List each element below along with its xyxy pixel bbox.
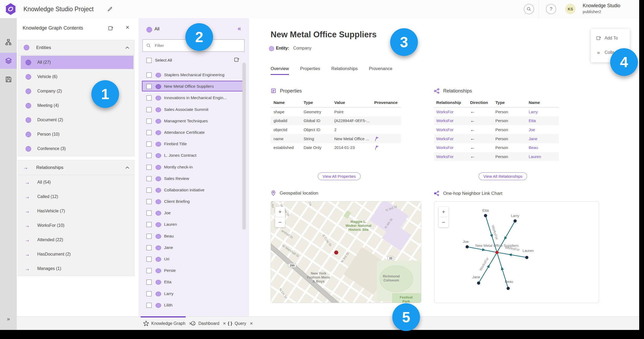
graph-node[interactable]	[477, 281, 480, 285]
relationship-type-item[interactable]: →WorksFor (10)	[18, 218, 134, 233]
list-item[interactable]: Managment Techniques	[138, 115, 249, 127]
list-item[interactable]: Etta	[138, 276, 249, 288]
property-row[interactable]: nameStringNew Metal Office ...	[271, 134, 401, 143]
entity-type-item[interactable]: Person (10)	[18, 127, 134, 142]
list-item[interactable]: Attendance Certificate	[138, 127, 249, 138]
item-checkbox[interactable]	[146, 199, 152, 204]
item-checkbox[interactable]	[146, 107, 152, 112]
chevron-up-icon[interactable]	[125, 46, 129, 49]
item-checkbox[interactable]	[146, 130, 152, 135]
relationship-row[interactable]: WorksFor←PersonJane	[434, 134, 559, 143]
tab-knowledge-graph[interactable]: Knowledge Graph ✕	[143, 317, 192, 330]
app-logo[interactable]	[5, 3, 16, 15]
zoom-in-button[interactable]: +	[275, 207, 285, 217]
list-item[interactable]: Joe	[138, 207, 249, 219]
item-checkbox[interactable]	[146, 234, 152, 239]
avatar[interactable]: KS	[565, 4, 576, 14]
close-panel-button[interactable]: ✕	[125, 25, 129, 30]
view-all-relationships-button[interactable]: View All Relationships	[479, 172, 527, 180]
relationship-row[interactable]: WorksFor←PersonJoe	[434, 125, 559, 134]
relationship-row[interactable]: WorksFor←PersonBeau	[434, 143, 559, 152]
rail-schema-button[interactable]	[0, 34, 17, 50]
relationship-link[interactable]: WorksFor	[436, 145, 470, 150]
item-checkbox[interactable]	[146, 291, 152, 296]
item-checkbox[interactable]	[146, 303, 152, 308]
item-checkbox[interactable]	[146, 211, 152, 216]
chevron-up-icon[interactable]	[125, 166, 129, 169]
tab-query[interactable]: { } Query ✕	[228, 317, 253, 330]
relationship-link[interactable]: WorksFor	[436, 127, 470, 132]
close-tab-icon[interactable]: ✕	[223, 321, 226, 326]
item-checkbox[interactable]	[146, 257, 152, 262]
zoom-out-button[interactable]: −	[275, 217, 285, 227]
close-tab-icon[interactable]: ✕	[250, 321, 253, 326]
graph-node[interactable]	[507, 287, 510, 290]
relationship-row[interactable]: WorksFor←PersonEtta	[434, 116, 559, 125]
zoom-out-button[interactable]: −	[439, 217, 449, 227]
list-item[interactable]: Jane	[138, 242, 249, 253]
add-to-new-button[interactable]	[107, 25, 114, 31]
relationship-link[interactable]: WorksFor	[436, 136, 470, 141]
graph-center-node[interactable]	[495, 251, 499, 254]
relationships-section-header[interactable]: → Relationships	[18, 160, 134, 175]
related-name-link[interactable]: Joe	[529, 127, 559, 132]
tab-dashboard[interactable]: Dashboard ✕	[190, 317, 226, 330]
list-item[interactable]: Sales Associate Summit	[138, 104, 249, 115]
relationship-row[interactable]: WorksFor←PersonLarry	[434, 107, 559, 116]
search-button[interactable]	[524, 4, 534, 14]
rail-save-button[interactable]	[0, 71, 17, 87]
zoom-in-button[interactable]: +	[439, 207, 449, 217]
relationship-type-item[interactable]: →HasVehicle (7)	[18, 204, 134, 218]
property-row[interactable]: establishedDate Only2014-01-23	[271, 143, 401, 152]
help-button[interactable]: ?	[546, 4, 556, 14]
item-checkbox[interactable]	[146, 245, 152, 250]
add-to-new-button[interactable]	[233, 57, 240, 63]
list-item[interactable]: Persie	[138, 265, 249, 276]
relationship-link[interactable]: WorksFor	[436, 154, 470, 159]
entity-type-item[interactable]: Vehicle (6)	[18, 70, 134, 84]
item-checkbox[interactable]	[146, 280, 152, 285]
list-item[interactable]: Staplers Mechanical Engineering	[138, 69, 249, 80]
list-item[interactable]: Lilith	[138, 299, 249, 311]
item-checkbox[interactable]	[146, 188, 152, 193]
graph-node[interactable]	[525, 256, 528, 259]
link-chart-canvas[interactable]: WorksForWorksForWorksForEttaLarryJoeLaur…	[434, 201, 599, 303]
list-item[interactable]: Uri	[138, 253, 249, 265]
relationship-row[interactable]: WorksFor←PersonLauren	[434, 152, 559, 161]
select-all-checkbox[interactable]	[146, 58, 152, 63]
relationship-link[interactable]: WorksFor	[436, 110, 470, 114]
tab-overview[interactable]: Overview	[271, 66, 289, 75]
property-row[interactable]: objectidObject ID2	[271, 125, 401, 134]
list-item[interactable]: Beau	[138, 230, 249, 242]
list-item[interactable]: Client Briefing	[138, 196, 249, 207]
list-item[interactable]: Larry	[138, 288, 249, 299]
provenance-flag-icon[interactable]	[374, 145, 401, 150]
relationship-type-item[interactable]: →All (54)	[18, 175, 134, 189]
link-chart[interactable]: WorksForWorksForWorksForEttaLarryJoeLaur…	[434, 201, 599, 303]
list-item[interactable]: New Metal Office Suppliers	[138, 80, 249, 92]
related-name-link[interactable]: Beau	[529, 145, 559, 150]
entity-type-item[interactable]: Conference (3)	[18, 142, 134, 156]
property-row[interactable]: shapeGeometryPoint	[271, 107, 401, 116]
list-item[interactable]: Firebird Title	[138, 138, 249, 150]
related-name-link[interactable]: Larry	[529, 110, 559, 114]
list-item[interactable]: Sales Review	[138, 173, 249, 184]
item-checkbox[interactable]	[146, 222, 152, 227]
relationship-type-item[interactable]: →HasDocument (2)	[18, 247, 134, 261]
related-name-link[interactable]: Lauren	[529, 154, 559, 159]
item-checkbox[interactable]	[146, 153, 152, 158]
graph-node[interactable]	[466, 245, 469, 248]
entities-section-header[interactable]: Entities	[18, 40, 134, 55]
item-checkbox[interactable]	[146, 72, 152, 78]
rail-contents-button[interactable]	[0, 53, 17, 69]
relationship-type-item[interactable]: →Called (12)	[18, 189, 134, 204]
graph-node[interactable]	[513, 219, 517, 223]
item-checkbox[interactable]	[146, 84, 152, 89]
item-checkbox[interactable]	[146, 165, 152, 170]
entity-type-item[interactable]: Document (2)	[18, 113, 134, 127]
item-checkbox[interactable]	[146, 268, 152, 273]
edit-title-pencil-icon[interactable]	[107, 6, 113, 12]
item-checkbox[interactable]	[146, 95, 152, 100]
list-scrollbar[interactable]	[242, 63, 246, 230]
provenance-flag-icon[interactable]	[374, 136, 401, 141]
